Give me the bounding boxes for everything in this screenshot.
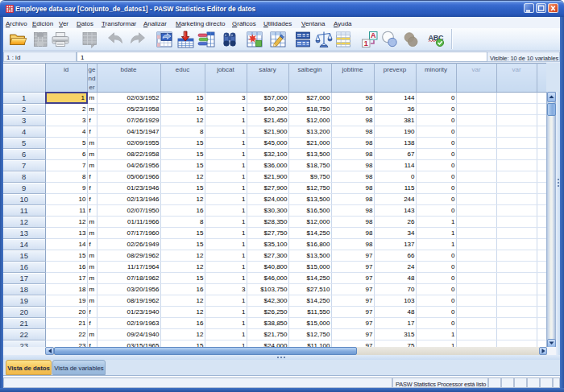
svg-text:1: 1 <box>364 39 368 47</box>
svg-text:A: A <box>371 31 376 39</box>
